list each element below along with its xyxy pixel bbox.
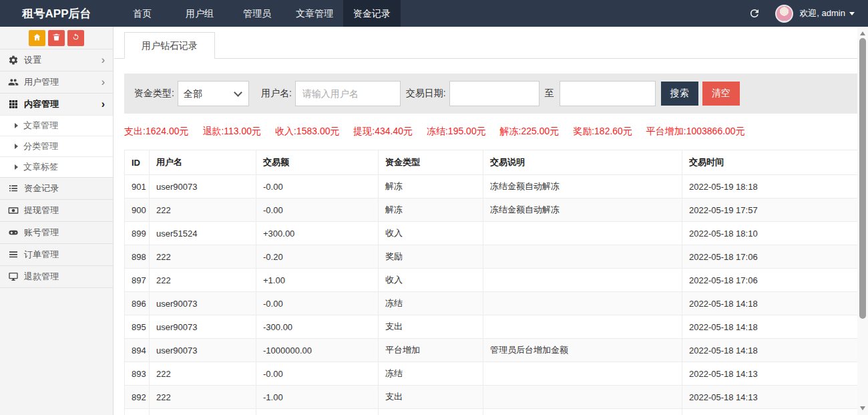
sidebar: 设置 › 用户管理 › 内容管理 › 文章管理 分类管理 文章标签 资金记录 提… <box>0 27 114 415</box>
cell-time: 2022-05-18 14:18 <box>682 292 858 315</box>
top-navbar: 租号APP后台 首页 用户组 管理员 文章管理 资金记录 欢迎, admin <box>0 0 868 27</box>
cell-fund-type: 收入 <box>379 222 483 245</box>
lines-icon <box>8 249 19 260</box>
refresh-icon[interactable] <box>748 7 761 19</box>
date-from-input[interactable] <box>449 81 539 106</box>
refresh-button[interactable] <box>67 30 84 46</box>
fund-type-select[interactable]: 全部 <box>178 81 249 106</box>
cell-username: user90073 <box>150 292 256 315</box>
user-avatar[interactable] <box>775 5 793 23</box>
table-row: 900222-0.00解冻冻结金额自动解冻2022-05-19 17:57 <box>125 198 858 222</box>
clear-button[interactable] <box>48 30 65 46</box>
nav-item-fund-records[interactable]: 资金记录 <box>343 0 401 27</box>
cell-id: 891 <box>125 409 150 415</box>
records-table: ID 用户名 交易额 资金类型 交易说明 交易时间 901user90073-0… <box>124 150 857 415</box>
cell-fund-type: 冻结 <box>379 292 483 315</box>
nav-item-admins[interactable]: 管理员 <box>228 0 286 27</box>
scroll-up-arrow-icon[interactable] <box>860 31 865 35</box>
sidebar-item-user-management[interactable]: 用户管理 › <box>0 71 113 93</box>
scrollbar-thumb[interactable] <box>859 38 866 319</box>
table-row: 892222-1.00支出2022-05-18 14:13 <box>125 386 858 409</box>
sidebar-item-label: 资金记录 <box>24 182 59 194</box>
clear-filter-button[interactable]: 清空 <box>702 82 740 106</box>
cell-username: user90073 <box>150 339 256 362</box>
cell-id: 895 <box>125 315 150 339</box>
vertical-scrollbar[interactable] <box>857 27 868 415</box>
sidebar-item-label: 账号管理 <box>24 227 59 239</box>
table-row: 897222+1.00收入2022-05-18 17:06 <box>125 269 858 292</box>
sidebar-item-refund-management[interactable]: 退款管理 <box>0 265 113 287</box>
sidebar-item-fund-records[interactable]: 资金记录 <box>0 177 113 199</box>
user-menu[interactable]: 欢迎, admin <box>799 7 855 19</box>
triangle-bullet-icon <box>15 144 18 149</box>
cell-fund-type: 奖励 <box>379 245 483 269</box>
fund-type-label: 资金类型: <box>134 88 174 100</box>
stats-summary: 支出:1624.00元 退款:113.00元 收入:1583.00元 提现:43… <box>124 126 857 138</box>
sidebar-item-content-management[interactable]: 内容管理 › <box>0 93 113 115</box>
date-to-input[interactable] <box>560 81 656 106</box>
records-table-body: 901user90073-0.00解冻冻结金额自动解冻2022-05-19 18… <box>125 175 858 415</box>
sidebar-subitem-categories[interactable]: 分类管理 <box>0 136 113 156</box>
users-icon <box>8 77 19 88</box>
sidebar-item-label: 提现管理 <box>24 204 59 217</box>
cell-time: 2022-05-18 14:18 <box>682 315 858 339</box>
cell-username: user90073 <box>150 315 256 339</box>
cell-time: 2022-05-18 14:13 <box>682 386 858 409</box>
cell-amount: -1.00 <box>256 386 379 409</box>
navbar-right: 欢迎, admin <box>748 0 868 27</box>
sidebar-subitem-articles[interactable]: 文章管理 <box>0 115 113 136</box>
header-time: 交易时间 <box>682 150 858 175</box>
sidebar-item-label: 内容管理 <box>24 98 59 110</box>
nav-item-articles[interactable]: 文章管理 <box>286 0 343 27</box>
sidebar-subitem-article-tags[interactable]: 文章标签 <box>0 156 113 177</box>
sidebar-item-withdraw-management[interactable]: 提现管理 <box>0 199 113 221</box>
cell-time: 2022-05-18 17:06 <box>682 269 858 292</box>
sidebar-item-settings[interactable]: 设置 › <box>0 49 113 71</box>
home-button[interactable] <box>29 30 45 46</box>
stat-income: 收入:1583.00元 <box>275 126 340 136</box>
app-brand[interactable]: 租号APP后台 <box>0 0 114 27</box>
cell-amount: +1.00 <box>256 269 379 292</box>
table-row: 891user62038-1.00解冻冻结金额自动解冻2022-02-01 21… <box>125 409 858 415</box>
cell-id: 901 <box>125 175 150 198</box>
cell-time: 2022-05-18 14:13 <box>682 362 858 386</box>
scroll-down-arrow-icon[interactable] <box>860 406 865 410</box>
cell-username: 222 <box>150 386 256 409</box>
sidebar-item-order-management[interactable]: 订单管理 <box>0 243 113 265</box>
cell-username: user90073 <box>150 175 256 198</box>
cell-username: 222 <box>150 245 256 269</box>
stat-unfrozen: 解冻:225.00元 <box>500 126 560 136</box>
chevron-right-icon: › <box>101 99 105 110</box>
table-row: 898222-0.20奖励2022-05-18 17:06 <box>125 245 858 269</box>
sidebar-item-account-management[interactable]: 账号管理 <box>0 221 113 243</box>
cell-amount: -0.20 <box>256 245 379 269</box>
cell-amount: -1.00 <box>256 409 379 415</box>
sidebar-subitem-label: 文章标签 <box>23 161 58 173</box>
cell-username: 222 <box>150 198 256 222</box>
top-nav-menu: 首页 用户组 管理员 文章管理 资金记录 <box>114 0 401 27</box>
nav-item-user-groups[interactable]: 用户组 <box>171 0 228 27</box>
tab-user-diamond-records[interactable]: 用户钻石记录 <box>124 32 215 59</box>
cell-description <box>483 386 682 409</box>
cell-description <box>483 222 682 245</box>
stat-expense: 支出:1624.00元 <box>124 126 189 136</box>
stat-refund: 退款:113.00元 <box>202 126 261 136</box>
username-input[interactable] <box>295 81 401 106</box>
cell-fund-type: 冻结 <box>379 362 483 386</box>
cell-username: user62038 <box>150 409 256 415</box>
monitor-icon <box>8 271 19 282</box>
nav-item-home[interactable]: 首页 <box>114 0 171 27</box>
sidebar-item-label: 用户管理 <box>24 76 59 88</box>
welcome-text: 欢迎, admin <box>799 7 845 19</box>
search-button[interactable]: 搜索 <box>661 82 698 106</box>
sidebar-divider <box>0 287 113 288</box>
stat-withdraw: 提现:434.40元 <box>353 126 413 136</box>
cell-amount: -0.00 <box>256 198 379 222</box>
stat-reward: 奖励:182.60元 <box>573 126 632 136</box>
caret-down-icon <box>849 12 855 15</box>
date-to-label: 至 <box>539 88 560 100</box>
table-row: 895user90073-300.00支出2022-05-18 14:18 <box>125 315 858 339</box>
gamepad-icon <box>8 227 19 238</box>
cell-fund-type: 收入 <box>379 269 483 292</box>
cell-amount: -0.00 <box>256 175 379 198</box>
